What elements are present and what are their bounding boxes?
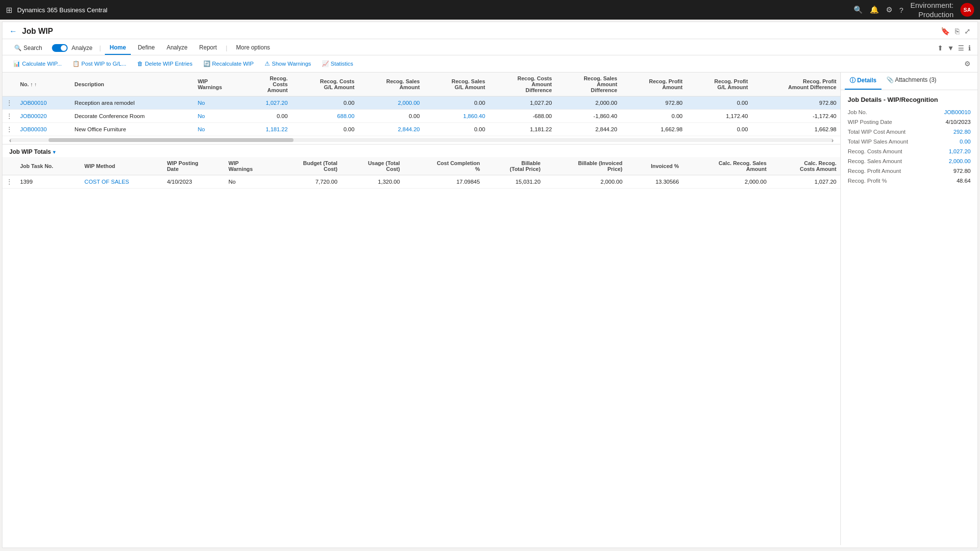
show-warnings-button[interactable]: ⚠ Show Warnings [261,58,315,69]
cell-recog_costs_diff: 1,027.20 [489,96,556,110]
row-menu[interactable]: ⋮ [2,96,16,110]
cell-recog_costs_diff: 1,181.22 [489,123,556,136]
help-icon[interactable]: ? [899,6,903,14]
app-title: Dynamics 365 Business Central [17,6,849,14]
col-job-task-no: Job Task No. [16,157,80,175]
details-panel: ⓘ Details 📎 Attachments (3) Job Details … [840,72,978,545]
col-wip-method: WIP Method [80,157,163,175]
expand-icon[interactable]: ⤢ [964,27,971,36]
recalculate-button[interactable]: 🔄 Recalculate WIP [199,58,258,69]
main-content: No. ↑ Description WIPWarnings Recog.Cost… [2,72,978,545]
tab-report[interactable]: Report [195,41,222,55]
cell-recog_costs_gl: 688.00 [292,110,358,123]
col-cost-completion-pct: Cost Completion% [404,157,484,175]
details-value: 4/10/2023 [946,119,971,125]
calculate-wip-button[interactable]: 📊 Calculate WIP... [9,58,66,69]
delete-wip-button[interactable]: 🗑 Delete WIP Entries [133,59,196,69]
cell-recog_sales_diff: 2,844.20 [556,123,621,136]
cell-recog_sales_amount: 2,000.00 [358,96,423,110]
scrollbar-thumb[interactable] [49,138,294,142]
wip-totals-title: Job WIP Totals [9,148,51,155]
wip-cell-cost_completion_pct: 17.09845 [404,175,484,189]
details-value[interactable]: JOB00010 [944,109,971,115]
calculate-wip-icon: 📊 [13,60,20,67]
wip-cell-billable_total_price: 15,031.20 [484,175,544,189]
col-calc-recog-sales: Calc. Recog. SalesAmount [683,157,771,175]
details-label: WIP Posting Date [848,119,892,125]
cell-recog_profit_diff: -1,172.40 [752,110,840,123]
bookmark-icon[interactable]: 🔖 [941,27,950,36]
col-totals-wip-warnings: WIPWarnings [224,157,275,175]
search-tab[interactable]: 🔍 Search [9,43,47,53]
details-label: Recog. Profit Amount [848,168,901,174]
post-wip-button[interactable]: 📋 Post WIP to G/L... [69,58,130,69]
scroll-right-arrow[interactable]: › [832,137,833,144]
cell-recog_costs_gl: 0.00 [292,123,358,136]
tab-define[interactable]: Define [133,41,160,55]
statistics-button[interactable]: 📈 Statistics [318,58,357,69]
wip-cell-calc_recog_sales: 2,000.00 [683,175,771,189]
details-row: WIP Posting Date4/10/2023 [848,119,971,125]
horizontal-scrollbar[interactable]: ‹ › [2,136,840,144]
table-row[interactable]: ⋮JOB00020Decorate Conference RoomNo0.006… [2,110,840,123]
info-icon[interactable]: ℹ [968,44,971,52]
filter-icon[interactable]: ▼ [947,44,954,52]
show-warnings-icon: ⚠ [265,60,270,67]
tab-home[interactable]: Home [105,41,131,55]
tab-details[interactable]: ⓘ Details [845,72,882,90]
wip-cell-budget_total_cost: 7,720.00 [275,175,341,189]
bell-icon[interactable]: 🔔 [870,5,879,14]
col-recog-profit-gl: Recog. ProfitG/L Amount [686,72,752,96]
wip-cell-job_task_no: 1399 [16,175,80,189]
cell-no: JOB00020 [16,110,71,123]
toolbar-settings-icon[interactable]: ⚙ [964,60,971,68]
cell-recog_profit_diff: 972.80 [752,96,840,110]
cell-wip_warnings: No [194,123,245,136]
wip-totals-row[interactable]: ⋮1399COST OF SALES4/10/2023No7,720.001,3… [2,175,840,189]
delete-wip-icon: 🗑 [137,61,143,67]
analyze-toggle[interactable]: Analyze [49,42,96,54]
scroll-left-arrow[interactable]: ‹ [9,137,11,144]
row-menu[interactable]: ⋮ [2,175,16,189]
col-recog-profit-amount: Recog. ProfitAmount [621,72,686,96]
details-label: Recog. Sales Amount [848,158,902,164]
back-button[interactable]: ← [9,27,17,36]
export-icon[interactable]: ⬆ [937,44,943,52]
col-recog-costs-diff: Recog. CostsAmountDifference [489,72,556,96]
cell-recog_costs_diff: -688.00 [489,110,556,123]
settings-icon[interactable]: ⚙ [886,5,892,14]
cell-wip_warnings: No [194,110,245,123]
col-wip-warnings: WIPWarnings [194,72,245,96]
avatar[interactable]: SA [960,3,974,17]
table-row[interactable]: ⋮JOB00030New Office FurnitureNo1,181.220… [2,123,840,136]
col-invoiced-pct: Invoiced % [626,157,683,175]
col-menu [2,72,16,96]
share-icon[interactable]: ⎘ [955,27,959,36]
environment-info: Environment: Production [910,0,954,20]
row-menu[interactable]: ⋮ [2,110,16,123]
cell-recog_profit_amount: 972.80 [621,96,686,110]
table-row[interactable]: ⋮JOB00010Reception area remodelNo1,027.2… [2,96,840,110]
tab-attachments[interactable]: 📎 Attachments (3) [882,72,941,90]
col-no[interactable]: No. ↑ [16,72,71,96]
action-toolbar: 📊 Calculate WIP... 📋 Post WIP to G/L... … [2,55,978,72]
tab-more-options[interactable]: More options [231,41,275,55]
cell-recog_profit_diff: 1,662.98 [752,123,840,136]
top-navigation: ⊞ Dynamics 365 Business Central 🔍 🔔 ⚙ ? … [0,0,980,20]
details-icon: ⓘ [850,77,857,84]
tab-analyze[interactable]: Analyze [162,41,193,55]
search-magnifier-icon: 🔍 [14,45,22,51]
details-label: Total WIP Sales Amount [848,139,908,144]
list-view-icon[interactable]: ☰ [958,44,964,52]
row-menu[interactable]: ⋮ [2,123,16,136]
wip-totals-header[interactable]: Job WIP Totals ▾ [2,144,840,157]
nav-icons: 🔍 🔔 ⚙ ? Environment: Production SA [854,0,974,20]
analyze-switch[interactable] [52,44,68,52]
cell-recog_costs_amount: 1,027.20 [245,96,292,110]
col-calc-recog-costs: Calc. Recog.Costs Amount [770,157,840,175]
wip-totals-body: ⋮1399COST OF SALES4/10/2023No7,720.001,3… [2,175,840,189]
grid-icon[interactable]: ⊞ [6,5,12,15]
attachments-icon: 📎 [886,76,895,83]
wip-totals-chevron[interactable]: ▾ [53,149,55,155]
search-icon[interactable]: 🔍 [854,5,863,14]
